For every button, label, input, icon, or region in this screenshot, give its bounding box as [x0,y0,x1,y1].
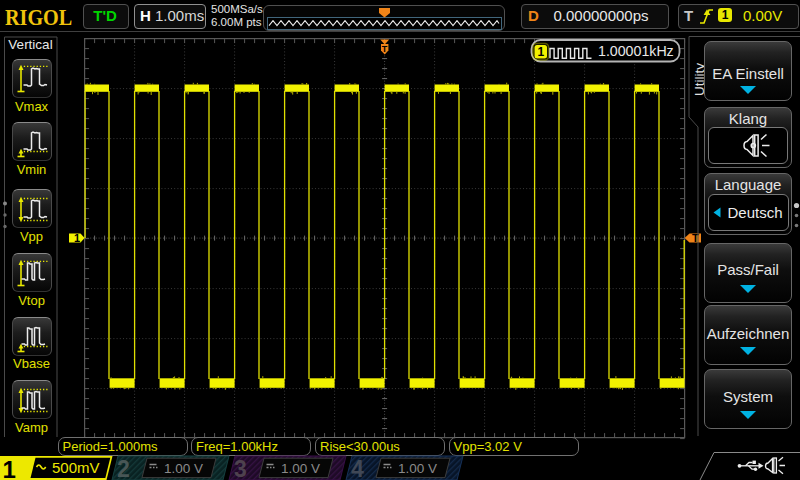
svg-text:T: T [382,44,388,54]
svg-text:4: 4 [351,456,364,480]
svg-text:1.00 V: 1.00 V [281,461,320,476]
svg-text:1.00 V: 1.00 V [398,461,437,476]
svg-text:1.00001kHz: 1.00001kHz [598,43,674,59]
svg-text:1: 1 [74,232,80,244]
svg-text:1.00 V: 1.00 V [164,461,203,476]
svg-text:1: 1 [3,456,16,480]
svg-text:1: 1 [538,45,545,59]
svg-text:3: 3 [234,456,247,480]
svg-text:2: 2 [117,456,130,480]
svg-text:500mV: 500mV [52,459,100,476]
